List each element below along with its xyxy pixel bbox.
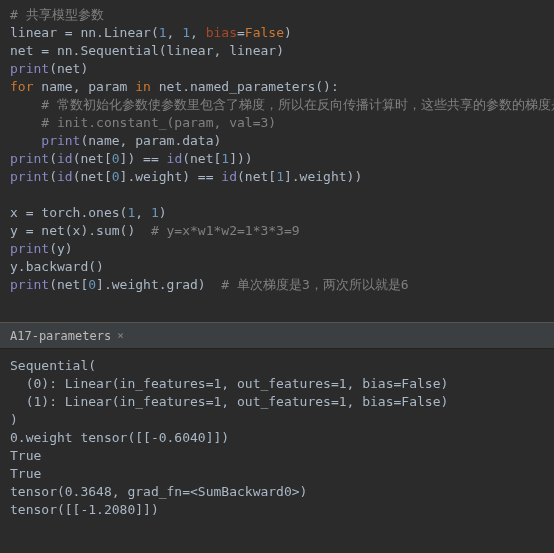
output-line: True	[10, 447, 544, 465]
output-line: 0.weight tensor([[-0.6040]])	[10, 429, 544, 447]
output-line: True	[10, 465, 544, 483]
comment: # 共享模型参数	[10, 7, 104, 22]
code-line: y.backward()	[10, 258, 544, 276]
code-line: linear = nn.Linear(1, 1, bias=False)	[10, 24, 544, 42]
code-line: print(id(net[0]) == id(net[1]))	[10, 150, 544, 168]
code-line: print(net[0].weight.grad) # 单次梯度是3，两次所以就…	[10, 276, 544, 294]
code-line: for name, param in net.named_parameters(…	[10, 78, 544, 96]
output-line: Sequential(	[10, 357, 544, 375]
output-tabbar: A17-parameters ×	[0, 322, 554, 349]
code-line: print(net)	[10, 60, 544, 78]
code-line: # 常数初始化参数使参数里包含了梯度，所以在反向传播计算时，这些共享的参数的梯度…	[10, 96, 544, 114]
code-line: y = net(x).sum() # y=x*w1*w2=1*3*3=9	[10, 222, 544, 240]
output-line: (0): Linear(in_features=1, out_features=…	[10, 375, 544, 393]
code-line: # 共享模型参数	[10, 6, 544, 24]
code-line: print(id(net[0].weight) == id(net[1].wei…	[10, 168, 544, 186]
code-line	[10, 294, 544, 312]
output-tab[interactable]: A17-parameters	[10, 327, 111, 345]
close-icon[interactable]: ×	[117, 327, 124, 345]
output-panel[interactable]: Sequential( (0): Linear(in_features=1, o…	[0, 349, 554, 527]
code-line: print(name, param.data)	[10, 132, 544, 150]
code-line: # init.constant_(param, val=3)	[10, 114, 544, 132]
output-line: tensor([[-1.2080]])	[10, 501, 544, 519]
output-line: (1): Linear(in_features=1, out_features=…	[10, 393, 544, 411]
code-line: net = nn.Sequential(linear, linear)	[10, 42, 544, 60]
code-line: x = torch.ones(1, 1)	[10, 204, 544, 222]
code-editor[interactable]: # 共享模型参数 linear = nn.Linear(1, 1, bias=F…	[0, 0, 554, 322]
code-line: print(y)	[10, 240, 544, 258]
output-line: )	[10, 411, 544, 429]
output-line: tensor(0.3648, grad_fn=<SumBackward0>)	[10, 483, 544, 501]
code-line	[10, 186, 544, 204]
